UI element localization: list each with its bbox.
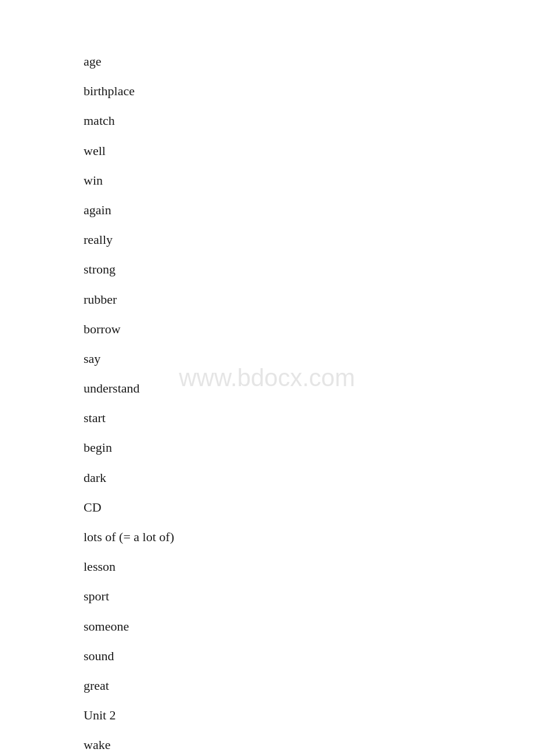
list-item: someone: [84, 611, 534, 641]
list-item: match: [84, 106, 534, 135]
list-item: lesson: [84, 552, 534, 581]
list-item: sound: [84, 641, 534, 671]
list-item: say: [84, 344, 534, 373]
list-item: begin: [84, 433, 534, 462]
list-item: understand: [84, 373, 534, 403]
list-item: sport: [84, 581, 534, 611]
list-item: wake: [84, 730, 534, 756]
list-item: great: [84, 671, 534, 700]
list-item: really: [84, 225, 534, 254]
list-item: win: [84, 165, 534, 195]
list-item: again: [84, 195, 534, 225]
list-item: borrow: [84, 314, 534, 344]
list-item: start: [84, 403, 534, 433]
list-item: lots of (= a lot of): [84, 522, 534, 552]
list-item: birthplace: [84, 76, 534, 106]
list-item: CD: [84, 492, 534, 522]
list-item: age: [84, 46, 534, 76]
list-item: well: [84, 136, 534, 165]
list-item: Unit 2: [84, 700, 534, 730]
list-item: dark: [84, 463, 534, 492]
list-item: rubber: [84, 285, 534, 314]
list-item: strong: [84, 254, 534, 284]
word-list: agebirthplacematchwellwinagainreallystro…: [0, 0, 534, 756]
